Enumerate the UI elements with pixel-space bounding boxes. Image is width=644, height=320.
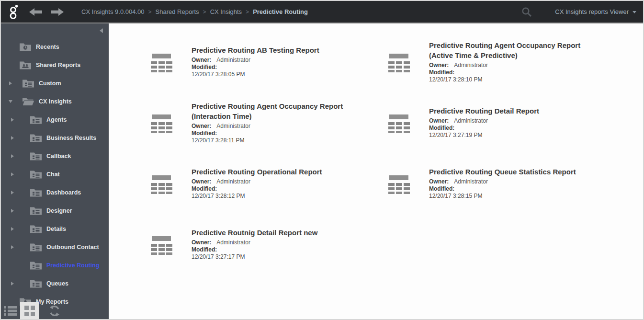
breadcrumb-shared-reports[interactable]: Shared Reports bbox=[156, 8, 199, 15]
back-button[interactable] bbox=[29, 7, 44, 17]
report-card[interactable]: Predictive Routing Operational Report Ow… bbox=[150, 153, 388, 214]
sidebar-collapse-icon[interactable] bbox=[100, 28, 103, 33]
report-table-icon bbox=[150, 50, 173, 73]
expand-arrow-icon[interactable] bbox=[10, 227, 15, 231]
report-card[interactable]: Predictive Routing Agent Occupancy Repor… bbox=[150, 92, 388, 153]
breadcrumb: CX Insights 9.0.004.00>Shared Reports>CX… bbox=[81, 8, 308, 15]
owner-label: Owner: bbox=[429, 62, 449, 69]
sidebar-item-label: Business Results bbox=[46, 135, 96, 141]
report-info: Predictive Routing Agent Occupancy Repor… bbox=[192, 101, 365, 144]
expand-arrow-icon[interactable] bbox=[10, 245, 15, 249]
report-folder-icon bbox=[30, 279, 42, 288]
shared-folder-icon bbox=[19, 60, 32, 70]
owner-value: Administrator bbox=[454, 62, 488, 69]
search-icon bbox=[521, 7, 532, 17]
report-info: Predictive Routing Operational Report Ow… bbox=[192, 167, 365, 200]
expand-arrow-icon[interactable] bbox=[10, 191, 15, 194]
report-title[interactable]: Predictive Routing Agent Occupancy Repor… bbox=[192, 101, 365, 121]
report-card[interactable]: Predictive Routing Agent Occupancy Repor… bbox=[388, 31, 622, 92]
report-folder-icon bbox=[30, 261, 42, 270]
list-view-button[interactable] bbox=[1, 302, 20, 320]
app-window: CX Insights 9.0.004.00>Shared Reports>CX… bbox=[0, 0, 644, 320]
expand-arrow-icon[interactable] bbox=[10, 136, 15, 140]
modified-label: Modified: bbox=[192, 246, 217, 253]
breadcrumb-cx-insights-9-0-004-00[interactable]: CX Insights 9.0.004.00 bbox=[81, 8, 145, 15]
owner-value: Administrator bbox=[216, 178, 250, 185]
report-title[interactable]: Predictive Routing Detail Report bbox=[429, 106, 602, 116]
sidebar-item-label: Details bbox=[46, 226, 66, 232]
report-card[interactable]: Predictive Routing Queue Statistics Repo… bbox=[388, 153, 622, 214]
report-table-icon bbox=[150, 233, 173, 256]
sidebar-item-label: Callback bbox=[46, 153, 71, 160]
sidebar-item-callback[interactable]: Callback bbox=[1, 147, 109, 165]
sidebar-item-business-results[interactable]: Business Results bbox=[1, 129, 109, 147]
report-card[interactable]: Predictive Routing Detail Report Owner:A… bbox=[388, 92, 622, 153]
sidebar-item-label: Agents bbox=[46, 116, 67, 123]
sidebar-item-chat[interactable]: Chat bbox=[1, 165, 109, 183]
grid-view-button[interactable] bbox=[20, 302, 39, 320]
report-owner-row: Owner:Administrator bbox=[429, 62, 602, 69]
sidebar-item-queues[interactable]: Queues bbox=[1, 274, 109, 293]
search-button[interactable] bbox=[521, 7, 532, 17]
sidebar-item-recents[interactable]: Recents bbox=[1, 38, 109, 56]
report-title[interactable]: Predictive Routnig Detail Report new bbox=[192, 228, 365, 238]
sidebar-item-predictive-routing[interactable]: Predictive Routing bbox=[1, 256, 109, 274]
report-table-icon bbox=[150, 172, 173, 195]
report-folder-icon bbox=[30, 133, 42, 143]
open-folder-icon bbox=[22, 97, 34, 106]
owner-label: Owner: bbox=[192, 239, 211, 246]
report-table-icon bbox=[150, 111, 173, 134]
collapse-arrow-icon[interactable] bbox=[8, 100, 13, 103]
forward-button[interactable] bbox=[50, 7, 65, 17]
report-folder-icon bbox=[30, 224, 42, 234]
sidebar-item-shared-reports[interactable]: Shared Reports bbox=[1, 56, 109, 74]
report-title[interactable]: Predictive Routing AB Testing Report bbox=[192, 45, 365, 55]
modified-label: Modified: bbox=[429, 69, 454, 76]
report-info: Predictive Routing Agent Occupancy Repor… bbox=[429, 40, 602, 83]
sidebar-item-label: Designer bbox=[46, 207, 72, 214]
report-info: Predictive Routing Detail Report Owner:A… bbox=[429, 106, 602, 139]
report-title[interactable]: Predictive Routing Queue Statistics Repo… bbox=[429, 167, 602, 177]
expand-arrow-icon[interactable] bbox=[10, 154, 15, 158]
expand-arrow-icon[interactable] bbox=[10, 282, 15, 286]
modified-label: Modified: bbox=[192, 64, 217, 70]
sidebar-item-details[interactable]: Details bbox=[1, 220, 109, 238]
report-modified-row: Modified: bbox=[429, 69, 602, 76]
expand-arrow-icon[interactable] bbox=[8, 81, 13, 85]
expand-arrow-icon[interactable] bbox=[10, 118, 15, 122]
report-owner-row: Owner:Administrator bbox=[192, 57, 365, 64]
report-folder-icon bbox=[30, 115, 42, 125]
sidebar-item-dashboards[interactable]: Dashboards bbox=[1, 183, 109, 202]
report-modified-date: 12/20/17 3:28:05 PM bbox=[192, 71, 365, 78]
report-title[interactable]: Predictive Routing Agent Occupancy Repor… bbox=[429, 40, 602, 60]
refresh-button[interactable] bbox=[45, 302, 64, 320]
sidebar-item-outbound-contact[interactable]: Outbound Contact bbox=[1, 238, 109, 256]
report-modified-date: 12/20/17 3:28:12 PM bbox=[192, 193, 365, 200]
chevron-down-icon bbox=[633, 11, 636, 13]
report-modified-row: Modified: bbox=[192, 130, 365, 137]
sidebar-item-agents[interactable]: Agents bbox=[1, 111, 109, 129]
sidebar-item-designer[interactable]: Designer bbox=[1, 202, 109, 220]
report-folder-icon bbox=[30, 188, 42, 197]
report-info: Predictive Routing AB Testing Report Own… bbox=[192, 45, 365, 78]
report-card[interactable]: Predictive Routing AB Testing Report Own… bbox=[150, 31, 388, 92]
breadcrumb-cx-insights[interactable]: CX Insights bbox=[210, 8, 242, 15]
modified-label: Modified: bbox=[429, 125, 454, 131]
report-card[interactable]: Predictive Routnig Detail Report new Own… bbox=[150, 214, 388, 274]
report-modified-row: Modified: bbox=[429, 125, 602, 132]
sidebar-item-cx-insights[interactable]: CX Insights bbox=[1, 92, 109, 111]
user-role-menu[interactable]: CX Insights reports Viewer bbox=[555, 8, 636, 15]
owner-value: Administrator bbox=[454, 178, 488, 185]
expand-arrow-icon[interactable] bbox=[10, 172, 15, 176]
modified-label: Modified: bbox=[192, 130, 217, 137]
genesys-logo-icon bbox=[1, 4, 26, 19]
sidebar-item-custom[interactable]: Custom bbox=[1, 74, 109, 92]
breadcrumb-predictive-routing: Predictive Routing bbox=[253, 8, 308, 15]
owner-label: Owner: bbox=[429, 178, 449, 185]
expand-arrow-icon[interactable] bbox=[10, 209, 15, 213]
report-title[interactable]: Predictive Routing Operational Report bbox=[192, 167, 365, 177]
report-info: Predictive Routing Queue Statistics Repo… bbox=[429, 167, 602, 200]
owner-value: Administrator bbox=[216, 239, 250, 246]
report-owner-row: Owner:Administrator bbox=[429, 117, 602, 125]
report-modified-row: Modified: bbox=[429, 185, 602, 193]
